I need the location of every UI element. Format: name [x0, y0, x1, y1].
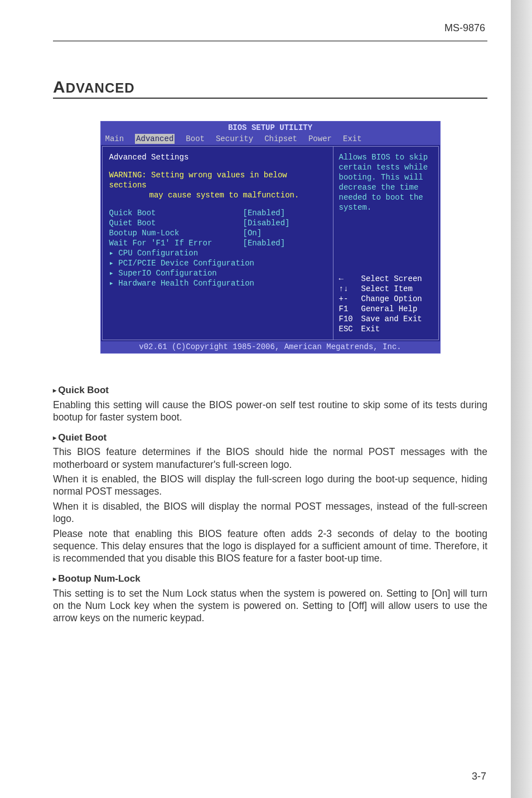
bios-left-pane: Advanced Settings WARNING: Setting wrong… — [102, 146, 333, 340]
section-heading-cap: A — [53, 78, 66, 96]
section-heading-rest: DVANCED — [66, 80, 135, 95]
item-title-quickboot: Quick Boot — [53, 384, 487, 396]
item-para: This BIOS feature determines if the BIOS… — [53, 446, 487, 471]
item-para: Please note that enabling this BIOS feat… — [53, 528, 487, 565]
doc-content: Quick Boot Enabling this setting will ca… — [53, 384, 487, 625]
bios-row-value: [On] — [243, 228, 262, 238]
item-title-quietboot: Quiet Boot — [53, 432, 487, 444]
bios-menu-security[interactable]: Security — [216, 134, 253, 144]
bios-row-value: [Disabled] — [243, 218, 290, 228]
page-number: 3-7 — [472, 771, 486, 782]
doc-id: MS-9876 — [53, 22, 487, 37]
section-heading: ADVANCED — [53, 78, 487, 99]
bios-help-text: Allows BIOS to skip certain tests while … — [339, 152, 433, 212]
bios-menu-chipset[interactable]: Chipset — [264, 134, 297, 144]
bios-key-selectitem: ↑↓Select Item — [339, 284, 433, 294]
bios-title: BIOS SETUP UTILITY — [101, 122, 440, 134]
bios-key-desc: General Help — [361, 304, 418, 314]
bios-warning-l2: may cause system to malfunction. — [109, 190, 326, 200]
bios-key-selectscreen: ←Select Screen — [339, 274, 433, 284]
bios-key: ESC — [339, 324, 361, 334]
bios-key-help: F1General Help — [339, 304, 433, 314]
bios-key: ← — [339, 274, 361, 284]
bios-menu-boot[interactable]: Boot — [186, 134, 205, 144]
bios-row-label: Wait For 'F1' If Error — [109, 238, 243, 248]
bios-row-label: Quiet Boot — [109, 218, 243, 228]
bios-key-changeoption: +-Change Option — [339, 294, 433, 304]
bios-menu-exit[interactable]: Exit — [343, 134, 362, 144]
bios-sub-pcipcie[interactable]: PCI/PCIE Device Configuration — [109, 258, 326, 268]
item-para: When it is enabled, the BIOS will displa… — [53, 473, 487, 498]
bios-menu-power[interactable]: Power — [308, 134, 332, 144]
bios-menu-main[interactable]: Main — [105, 134, 124, 144]
bios-body: Advanced Settings WARNING: Setting wrong… — [101, 145, 440, 341]
bios-menu-bar: Main Advanced Boot Security Chipset Powe… — [101, 134, 440, 145]
bios-key: F1 — [339, 304, 361, 314]
bios-sub-hwhealth[interactable]: Hardware Health Configuration — [109, 278, 326, 288]
bios-key-desc: Exit — [361, 324, 380, 334]
bios-key-desc: Save and Exit — [361, 314, 422, 324]
bios-row-value: [Enabled] — [243, 208, 286, 218]
bios-key: F10 — [339, 314, 361, 324]
bios-key: +- — [339, 294, 361, 304]
bios-key-exit: ESCExit — [339, 324, 433, 334]
bios-key-desc: Select Item — [361, 284, 413, 294]
item-para: This setting is to set the Num Lock stat… — [53, 587, 487, 625]
bios-row-quietboot[interactable]: Quiet Boot[Disabled] — [109, 218, 326, 228]
bios-settings-heading: Advanced Settings — [109, 152, 326, 162]
item-title-numlock: Bootup Num-Lock — [53, 573, 487, 585]
header-rule — [53, 41, 487, 41]
bios-row-label: Quick Boot — [109, 208, 243, 218]
bios-key-desc: Change Option — [361, 294, 422, 304]
bios-sub-superio[interactable]: SuperIO Configuration — [109, 268, 326, 278]
item-para: Enabling this setting will cause the BIO… — [53, 399, 487, 424]
bios-footer: v02.61 (C)Copyright 1985-2006, American … — [101, 341, 440, 353]
bios-row-numlock[interactable]: Bootup Num-Lock[On] — [109, 228, 326, 238]
bios-key-desc: Select Screen — [361, 274, 422, 284]
item-para: When it is disabled, the BIOS will displ… — [53, 500, 487, 525]
bios-menu-advanced[interactable]: Advanced — [135, 134, 175, 144]
bios-row-quickboot[interactable]: Quick Boot[Enabled] — [109, 208, 326, 218]
bios-warning-l1: WARNING: Setting wrong values in below s… — [109, 170, 326, 190]
bios-row-waitf1[interactable]: Wait For 'F1' If Error[Enabled] — [109, 238, 326, 248]
page-edge-shading — [511, 0, 532, 798]
bios-sub-cpu[interactable]: CPU Configuration — [109, 248, 326, 258]
bios-row-value: [Enabled] — [243, 238, 286, 248]
bios-key: ↑↓ — [339, 284, 361, 294]
bios-screenshot: BIOS SETUP UTILITY Main Advanced Boot Se… — [100, 121, 441, 354]
bios-row-label: Bootup Num-Lock — [109, 228, 243, 238]
bios-key-saveexit: F10Save and Exit — [339, 314, 433, 324]
bios-right-pane: Allows BIOS to skip certain tests while … — [333, 146, 439, 340]
